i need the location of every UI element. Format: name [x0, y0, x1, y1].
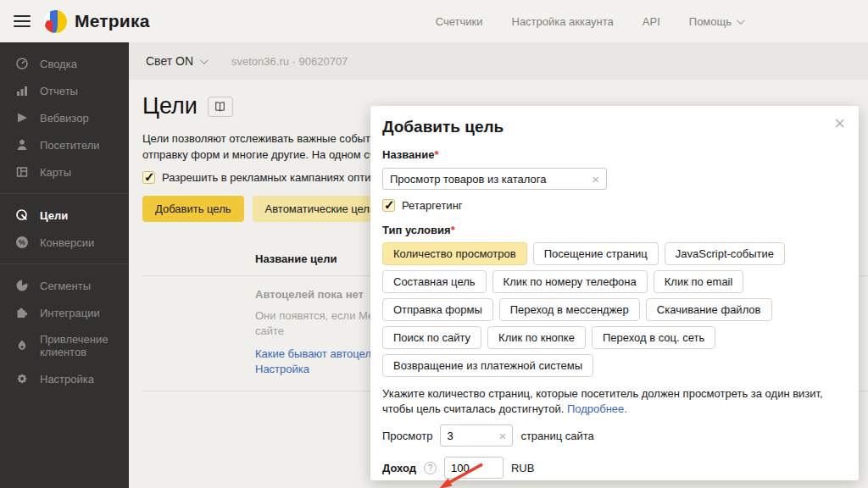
- hamburger-menu-icon[interactable]: [14, 15, 31, 27]
- sidebar-item-segments[interactable]: Сегменты: [0, 272, 129, 299]
- views-count-row: Просмотр × страниц сайта: [382, 424, 842, 446]
- clear-input-icon[interactable]: ×: [592, 172, 599, 186]
- condition-chip-email-click[interactable]: Клик по email: [654, 270, 744, 293]
- sidebar-item-goals[interactable]: Цели: [0, 202, 129, 229]
- condition-chip-js-event[interactable]: JavaScript-событие: [665, 242, 785, 265]
- revenue-currency: RUB: [511, 462, 534, 474]
- counter-meta: sveton36.ru · 90620707: [231, 55, 348, 68]
- condition-chip-payment-return[interactable]: Возвращение из платежной системы: [382, 354, 593, 377]
- layout-icon: [14, 165, 29, 179]
- brand-name: Метрика: [75, 11, 150, 31]
- modal-title: Добавить цель: [382, 118, 842, 136]
- top-header: Метрика Счетчики Настройка аккаунта API …: [0, 0, 868, 42]
- flame-icon: [14, 339, 29, 352]
- bar-chart-icon: [14, 84, 29, 97]
- page-title: Цели: [142, 93, 198, 119]
- metrika-logo[interactable]: Метрика: [44, 10, 150, 33]
- views-label: Просмотр: [382, 430, 432, 442]
- condition-chip-composite-goal[interactable]: Составная цель: [382, 270, 487, 293]
- sidebar-item-client-acquisition[interactable]: Привлечение клиентов: [0, 326, 129, 365]
- condition-chip-phone-click[interactable]: Клик по номеру телефона: [492, 270, 648, 293]
- docs-book-button[interactable]: [208, 97, 233, 117]
- pie-icon: [14, 279, 29, 292]
- condition-chip-social-network[interactable]: Переход в соц. сеть: [592, 326, 715, 349]
- sidebar-item-reports[interactable]: Отчеты: [0, 77, 129, 104]
- revenue-row: Доход ? RUB: [382, 457, 842, 479]
- condition-chip-button-click[interactable]: Клик по кнопке: [487, 326, 586, 349]
- sidebar-item-maps[interactable]: Карты: [0, 158, 129, 186]
- sidebar-group-reports: Сводка Отчеты Вебвизор Посетители Карты: [0, 42, 129, 193]
- views-count-input[interactable]: [447, 430, 493, 442]
- sidebar-item-webvisor[interactable]: Вебвизор: [0, 104, 129, 131]
- revenue-input-wrap: [444, 457, 504, 479]
- gear-icon: [14, 372, 29, 385]
- views-hint-text: Укажите количество страниц, которые посе…: [382, 386, 847, 417]
- top-nav: Счетчики Настройка аккаунта API Помощь: [436, 15, 743, 28]
- sidebar: Сводка Отчеты Вебвизор Посетители Карты: [0, 42, 129, 488]
- sidebar-item-settings[interactable]: Настройка: [0, 365, 129, 392]
- close-icon[interactable]: ×: [834, 117, 845, 130]
- name-field-label: Название*: [382, 148, 842, 161]
- required-asterisk: *: [451, 224, 455, 236]
- condition-type-label: Тип условия*: [382, 224, 842, 236]
- nav-api[interactable]: API: [643, 15, 660, 28]
- sidebar-group-tools: Сегменты Интеграции Привлечение клиентов…: [0, 263, 129, 400]
- views-suffix: страниц сайта: [520, 430, 593, 442]
- revenue-input[interactable]: [451, 462, 497, 474]
- play-icon: [14, 111, 29, 125]
- checkbox-checked-icon[interactable]: [142, 171, 155, 184]
- goal-name-input[interactable]: [390, 173, 587, 186]
- condition-chip-page-visit[interactable]: Посещение страниц: [533, 242, 659, 265]
- puzzle-icon: [14, 306, 29, 319]
- counter-bar: Свет ON sveton36.ru · 90620707: [129, 42, 868, 80]
- link-more-details[interactable]: Подробнее.: [567, 402, 627, 415]
- sidebar-group-goals: Цели % Конверсии: [0, 193, 129, 263]
- person-icon: [14, 138, 29, 152]
- condition-chip-messenger[interactable]: Переход в мессенджер: [499, 298, 640, 321]
- nav-counters[interactable]: Счетчики: [436, 15, 483, 28]
- goal-name-input-wrap: ×: [382, 168, 607, 190]
- required-asterisk: *: [434, 148, 438, 161]
- chevron-down-icon: [200, 56, 209, 64]
- metrika-logo-icon: [44, 10, 67, 33]
- clear-input-icon[interactable]: ×: [499, 429, 507, 443]
- nav-account-settings[interactable]: Настройка аккаунта: [512, 15, 614, 28]
- sidebar-item-conversions[interactable]: % Конверсии: [0, 229, 129, 256]
- checkbox-checked-icon[interactable]: [382, 199, 395, 212]
- condition-type-chips: Количество просмотров Посещение страниц …: [382, 242, 842, 377]
- views-input-wrap: ×: [440, 424, 513, 446]
- counter-selector[interactable]: Свет ON: [146, 54, 206, 68]
- goal-icon: [14, 208, 29, 222]
- revenue-label: Доход: [382, 462, 416, 474]
- chevron-down-icon: [737, 16, 745, 25]
- help-question-icon[interactable]: ?: [424, 462, 437, 474]
- condition-chip-form-submit[interactable]: Отправка формы: [382, 298, 493, 321]
- condition-chip-views-count[interactable]: Количество просмотров: [382, 242, 527, 265]
- percent-icon: %: [14, 236, 29, 249]
- svg-text:%: %: [18, 238, 25, 247]
- book-icon: [214, 101, 226, 113]
- sidebar-item-integrations[interactable]: Интеграции: [0, 299, 129, 326]
- sidebar-item-summary[interactable]: Сводка: [0, 50, 129, 77]
- add-goal-modal: × Добавить цель Название* × Ретаргетинг …: [370, 106, 859, 480]
- add-goal-button[interactable]: Добавить цель: [142, 196, 244, 222]
- retargeting-checkbox-row[interactable]: Ретаргетинг: [382, 199, 842, 212]
- nav-help[interactable]: Помощь: [689, 15, 743, 28]
- condition-chip-site-search[interactable]: Поиск по сайту: [382, 326, 481, 349]
- condition-chip-file-download[interactable]: Скачивание файлов: [646, 298, 772, 321]
- sidebar-item-visitors[interactable]: Посетители: [0, 131, 129, 158]
- gauge-icon: [14, 57, 29, 70]
